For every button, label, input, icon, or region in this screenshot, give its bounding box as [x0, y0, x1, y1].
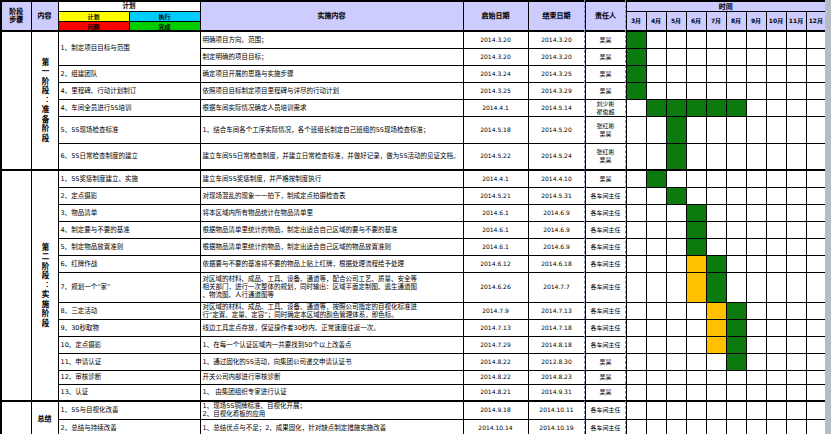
gantt-month-cell: [626, 221, 646, 238]
gantt-month-cell: [686, 82, 706, 99]
impl-content-cell: 1、总结优点与不足；2、成果固化，针对缺点制定措施实施改善: [200, 419, 463, 434]
gantt-month-cell: [626, 99, 646, 116]
gantt-month-cell: [706, 302, 726, 319]
owner-cell: 刘少彬 翟俊超: [585, 99, 626, 116]
plan-row: 总结1、5S与目视化改善1、现场5S铜牌标准、目视化开展； 2、目视化看板的应用…: [1, 401, 826, 419]
phase-label-cell: 总结: [31, 401, 58, 434]
impl-content-cell: 1、在每一个认证区域内一共要找到50个以上改善点: [200, 336, 463, 353]
gantt-month-cell: [646, 99, 666, 116]
gantt-month-cell: [626, 319, 646, 336]
start-date-cell: 2014.3.20: [463, 48, 528, 65]
gantt-month-cell: [746, 370, 766, 384]
gantt-month-cell: [786, 31, 806, 48]
gantt-month-cell: [626, 336, 646, 353]
plan-row: 5、5S现场检查标准1、结合车间各个工序实际情况，各个班组长制定自己班组的5S现…: [1, 116, 826, 143]
owner-cell: 张红彬 吴昊: [585, 143, 626, 170]
owner-cell: 吴昊: [585, 82, 626, 99]
gantt-month-cell: [726, 255, 746, 272]
gantt-month-cell: [686, 272, 706, 302]
gantt-month-cell: [646, 170, 666, 187]
gantt-month-cell: [646, 238, 666, 255]
impl-content-cell: 依照项目目标制定项目里程碑与详尽的行动计划: [200, 82, 463, 99]
start-date-cell: 2014.6.26: [463, 272, 528, 302]
header-phase-steps: 阶段 步骤: [1, 1, 31, 31]
gantt-month-cell: [646, 116, 666, 143]
gantt-month-cell: [646, 221, 666, 238]
impl-content-cell: 依据要与不要的基准将不要的物品上贴上红牌，根据处理流程给予处理: [200, 255, 463, 272]
task-item-cell: 5、制定物品放置准则: [58, 238, 200, 255]
plan-table: 阶段 步骤 内容 计划 计划 执行 问题 完成: [0, 0, 827, 434]
gantt-month-cell: [626, 82, 646, 99]
gantt-month-cell: [746, 255, 766, 272]
gantt-month-cell: [626, 370, 646, 384]
gantt-month-cell: [786, 82, 806, 99]
gantt-month-cell: [646, 419, 666, 434]
legend-block: 计划 计划 执行 问题 完成: [58, 1, 200, 31]
gantt-month-cell: [786, 65, 806, 82]
phase-label-cell: 第一阶段：准备阶段: [31, 31, 58, 170]
page-break-line: [584, 0, 585, 434]
gantt-month-cell: [746, 116, 766, 143]
gantt-month-cell: [726, 187, 746, 204]
header-end-date: 结束日期: [528, 1, 585, 31]
task-item-cell: 2、总结与持续改善: [58, 419, 200, 434]
gantt-month-cell: [806, 204, 826, 221]
gantt-month-cell: [686, 170, 706, 187]
header-month: 11月: [786, 12, 806, 31]
end-date-cell: 2014.5.20: [528, 116, 585, 143]
gantt-month-cell: [746, 401, 766, 419]
gantt-month-cell: [786, 419, 806, 434]
gantt-month-cell: [746, 272, 766, 302]
gantt-month-cell: [666, 65, 686, 82]
task-item-cell: 1、制定项目目标与范围: [58, 31, 200, 65]
gantt-month-cell: [706, 31, 726, 48]
gantt-month-cell: [806, 221, 826, 238]
gantt-month-cell: [686, 204, 706, 221]
gantt-month-cell: [726, 401, 746, 419]
gantt-month-cell: [666, 370, 686, 384]
gantt-month-cell: [626, 353, 646, 370]
gantt-month-cell: [686, 48, 706, 65]
owner-cell: 各车间主任: [585, 302, 626, 319]
gantt-month-cell: [766, 370, 786, 384]
task-item-cell: 4、车间全员进行5S培训: [58, 99, 200, 116]
end-date-cell: 2014.6.9: [528, 204, 585, 221]
gantt-month-cell: [646, 255, 666, 272]
gantt-month-cell: [686, 401, 706, 419]
end-date-cell: 2014.10.19: [528, 419, 585, 434]
gantt-month-cell: [726, 204, 746, 221]
gantt-month-cell: [726, 143, 746, 170]
gantt-month-cell: [626, 384, 646, 401]
phase-label: 第二阶段：实施阶段: [38, 243, 51, 329]
gantt-month-cell: [666, 238, 686, 255]
gantt-month-cell: [706, 170, 726, 187]
gantt-month-cell: [746, 384, 766, 401]
gantt-month-cell: [726, 48, 746, 65]
gantt-month-cell: [726, 116, 746, 143]
gantt-month-cell: [746, 170, 766, 187]
gantt-month-cell: [746, 302, 766, 319]
gantt-month-cell: [646, 65, 666, 82]
gantt-month-cell: [706, 336, 726, 353]
gantt-month-cell: [626, 238, 646, 255]
header-month: 9月: [746, 12, 766, 31]
end-date-cell: 2014.9.31: [528, 384, 585, 401]
plan-row: 2、组建团队确定项目开展的思路与实施步骤2014.3.242014.3.25吴昊: [1, 65, 826, 82]
impl-content-cell: 线边工具定点存放，保证操作者30秒内、正常速度往返一次。: [200, 319, 463, 336]
end-date-cell: 2014.6.9: [528, 238, 585, 255]
plan-row: 5、制定物品放置准则根据物品清单里统计的物品，制定出适合自己区域的物品放置准则2…: [1, 238, 826, 255]
plan-row: 2、定点摄影对现场混乱的现象一一拍下，制成定点拍摄检查表2014.5.21201…: [1, 187, 826, 204]
gantt-month-cell: [786, 116, 806, 143]
owner-cell: 吴昊: [585, 353, 626, 370]
task-item-cell: 5、5S现场检查标准: [58, 116, 200, 143]
gantt-month-cell: [726, 272, 746, 302]
start-date-cell: 2014.3.25: [463, 82, 528, 99]
gantt-month-cell: [726, 99, 746, 116]
gantt-month-cell: [666, 336, 686, 353]
gantt-month-cell: [766, 384, 786, 401]
plan-row: 13、认证1、 由集团组织专家进行认证2014.8.212014.9.31吴昊: [1, 384, 826, 401]
start-date-cell: 2014.5.21: [463, 187, 528, 204]
end-date-cell: 2014.3.25: [528, 65, 585, 82]
end-date-cell: 2014.4.10: [528, 170, 585, 187]
task-item-cell: 12、审核诊断: [58, 370, 200, 384]
